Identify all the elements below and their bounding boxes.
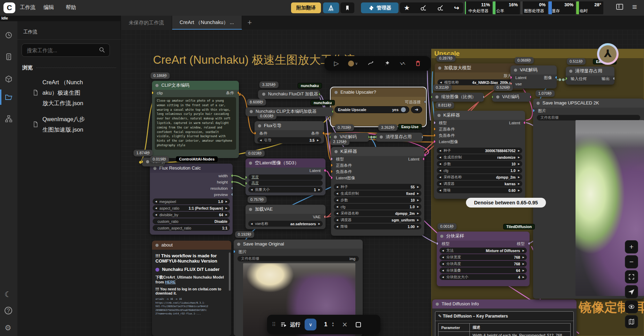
input-slot[interactable] [331,176,333,179]
translate-button[interactable]: 附加翻译 [291,2,321,13]
widget-调度器[interactable]: ◀调度器karras▶ [437,181,522,187]
widget-批量大小[interactable]: ◀批量大小1▶ [248,187,323,193]
ram-cleaner-icon[interactable] [437,5,444,11]
widget-分块宽度[interactable]: ◀分块宽度768▶ [440,254,527,260]
output-slot[interactable] [523,121,525,124]
widget-引导[interactable]: ◀引导3.5▶ [257,137,321,143]
output-slot[interactable] [319,93,320,96]
share-icon[interactable]: ↪ [454,4,459,12]
widget-分块重叠[interactable]: ◀分块重叠64▶ [440,267,527,273]
menu-edit[interactable]: 编辑 [43,4,54,11]
input-slot[interactable] [376,135,377,139]
bookmark-button[interactable] [340,2,354,13]
ksampler-upscale[interactable]: K采样器模型Latent正面条件负面条件Latent图像◀种子300067888… [434,111,525,199]
output-slot[interactable] [368,135,369,139]
flux-resolution-calc[interactable]: Flux Resolution Calcwidthheightresolutio… [150,164,233,235]
run-button[interactable]: 运行 [280,321,300,328]
node-title[interactable]: Save Image UPSCALED 2K [533,99,644,108]
search-input[interactable] [26,47,98,54]
widget-采样器名称[interactable]: ◀采样器名称dpmpp_2m▶ [437,174,522,180]
cleanup-vram-center[interactable]: 清理显存占用 [376,133,423,142]
stop-icon[interactable] [356,322,361,327]
widget-调度器[interactable]: ◀调度器sgm_uniform▶ [334,217,421,223]
input-slot[interactable] [331,164,333,167]
output-slot[interactable] [424,100,426,103]
node-title[interactable]: about [152,241,231,250]
toggle-widget[interactable]: Enable Upscaleyes➜ [335,106,422,113]
input-slot[interactable] [331,170,333,173]
fit-view-icon[interactable] [625,270,638,283]
widget-分块高度[interactable]: ◀分块高度768▶ [440,261,527,267]
about-note[interactable]: about!!! This workflow is made for COMFY… [152,241,231,336]
widget-aspect_ratio[interactable]: ◀aspect_ratio1:1 (Perfect Square)▶ [153,205,230,211]
node-title[interactable]: 清理显存占用 [566,67,614,76]
input-slot[interactable] [142,160,143,163]
widget-种子[interactable]: ◀种子300067888467052▶ [437,148,522,154]
input-slot[interactable] [510,76,512,79]
input-slot[interactable] [434,134,436,137]
clear-queue-icon[interactable]: ✕ [342,321,347,329]
widget-megapixel[interactable]: ◀megapixel1.0▶ [153,198,230,204]
run-options-chevron[interactable]: ∨ [305,319,316,330]
drag-handle[interactable]: ⠿ [272,321,276,328]
templates-button[interactable] [323,2,339,13]
node-title[interactable]: 分块采样 [437,232,530,241]
cleanup-vram-upscale[interactable]: 清理显存占用输入任何输出 [566,67,614,85]
output-slot[interactable] [237,91,239,94]
widget-方法[interactable]: ◀方法Mixture of Diffusers▶ [440,248,527,253]
widget-生成后控制[interactable]: ◀生成后控制fixed▶ [334,190,421,196]
save-image-upscaled[interactable]: Save Image UPSCALED 2K图片文件名前缀 [533,99,644,299]
output-slot[interactable] [528,242,530,245]
cursor-icon[interactable] [625,285,638,298]
load-vae[interactable]: 加载VAEVAE◀vae名称ae.safetensors▶ [245,205,325,229]
zoom-out-icon[interactable]: − [625,255,638,268]
star-icon[interactable]: ★ [404,4,410,12]
node-library-icon[interactable] [5,115,13,123]
vae-encode[interactable]: VAE编码 [492,93,531,102]
widget-种子[interactable]: ◀种子55▶ [334,184,421,190]
bypass-icon[interactable] [367,60,374,67]
input-slot[interactable] [331,157,333,161]
input-slot[interactable] [234,250,235,253]
widget-custom_aspect_ratio[interactable]: custom_aspect_ratio1:1 [153,225,230,231]
widget-降噪[interactable]: ◀降噪0.60▶ [437,187,522,193]
tiled-diffusion-info[interactable]: Tiled Diffusion Info✎ Tiled Diffusion – … [432,299,577,336]
widget-divisible_by[interactable]: ◀divisible_by64▶ [153,212,230,218]
widget-cfg[interactable]: ◀cfg1.0▶ [334,204,421,210]
node-title[interactable]: 空Latent图像（SD3） [245,158,325,167]
prompt-text[interactable]: Close-up amateur selfie photo of a young… [155,97,236,150]
input-slot[interactable] [255,132,256,135]
output-slot[interactable] [231,187,233,190]
enable-upscaler[interactable]: Enable Upscaler?可选连接Enable Upscaleyes➜ [331,88,426,126]
collapse-icon[interactable]: ↘↖ [400,61,405,66]
output-slot[interactable] [231,180,233,183]
output-slot[interactable] [324,169,325,172]
output-slot[interactable] [231,174,233,177]
queue-count[interactable]: 1 [324,321,327,328]
workflow-search[interactable] [22,44,110,57]
output-slot[interactable] [530,95,531,99]
pin-icon[interactable] [384,60,390,67]
tiled-sampler[interactable]: 分块采样模型模型◀方法Mixture of Diffusers▶◀分块宽度768… [437,232,530,286]
download-link[interactable]: HERE [165,280,176,284]
ksampler-center[interactable]: K采样器模型Latent正面条件负面条件Latent图像◀种子55▶◀生成后控制… [331,147,424,236]
widget-降噪[interactable]: ◀降噪1.00▶ [334,224,421,229]
tab-unsaved-workflow[interactable]: 未保存的工作流 [121,16,172,30]
widget-步数[interactable]: ◀步数10▶ [437,161,522,167]
theme-moon-icon[interactable]: ☾ [5,290,13,298]
input-slot[interactable] [434,121,436,124]
hamburger-icon[interactable]: ≡ [632,2,637,12]
panel-toggle-icon[interactable] [616,4,623,10]
input-slot[interactable] [434,127,436,131]
input-slot[interactable] [152,91,154,94]
node-title[interactable]: Flux引导 [255,121,324,130]
widget-分块批次大小[interactable]: ◀分块批次大小4▶ [440,274,527,280]
menu-help[interactable]: 帮助 [66,4,76,11]
queue-icon[interactable] [5,53,13,61]
converted-input-宽度[interactable]: 宽度 [248,174,323,180]
converted-input-高度[interactable]: 高度 [248,180,323,186]
workflow-file[interactable]: CreArt （Nunchaku）极速生图放大工作流.json [17,74,121,111]
widget-vae名称[interactable]: ◀vae名称ae.safetensors▶ [248,221,323,227]
output-slot[interactable] [231,193,233,196]
input-slot[interactable] [492,95,493,99]
